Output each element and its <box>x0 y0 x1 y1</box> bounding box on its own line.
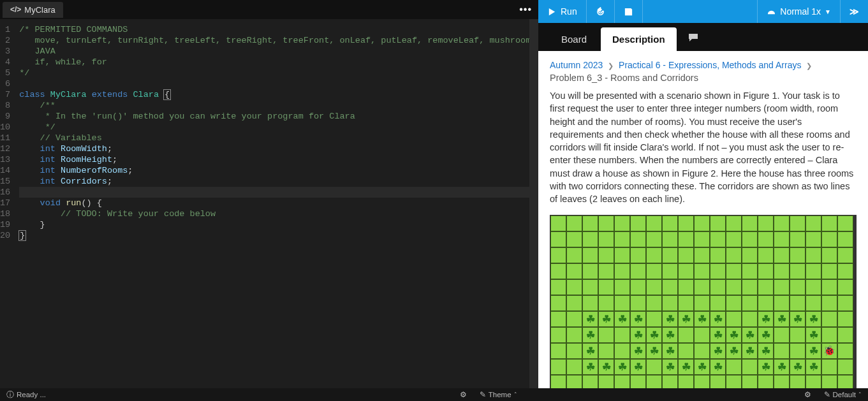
magic-icon: ✎ <box>480 390 486 399</box>
status-bar: ⓘ Ready ... ⚙ ✎ Theme ˄ ⚙ ✎ Default ˄ <box>0 388 868 401</box>
right-pane: Run Normal 1x ▼ ≫ Board De <box>538 0 868 388</box>
editor-pane: </> MyClara ••• 123456789101112131415161… <box>0 0 538 388</box>
tab-chat[interactable] <box>679 26 709 51</box>
magic-icon: ✎ <box>824 390 830 399</box>
default-selector[interactable]: ✎ Default ˄ <box>818 390 868 399</box>
status-ready: ⓘ Ready ... <box>0 390 52 400</box>
tab-description[interactable]: Description <box>601 27 677 51</box>
play-icon <box>547 7 557 17</box>
theme-selector[interactable]: ✎ Theme ˄ <box>473 390 524 399</box>
more-menu-button[interactable]: ••• <box>519 4 532 15</box>
run-button[interactable]: Run <box>538 0 587 23</box>
info-icon: ⓘ <box>6 390 14 400</box>
reset-button[interactable] <box>587 0 615 23</box>
wrench-icon: ⚙ <box>804 390 811 399</box>
speed-label: Normal 1x <box>780 6 821 17</box>
description-text: You will be presented with a scenario sh… <box>550 89 857 206</box>
chat-icon <box>688 33 700 43</box>
settings-left-button[interactable]: ⚙ <box>453 390 473 399</box>
file-tab-myclara[interactable]: </> MyClara <box>3 2 63 18</box>
vertical-scrollbar[interactable] <box>529 19 538 388</box>
world-grid <box>550 215 856 388</box>
caret-up-icon: ˄ <box>514 391 517 398</box>
chevron-right-icon: ❯ <box>806 62 812 69</box>
code-content[interactable]: /* PERMITTED COMMANDS move, turnLeft, tu… <box>15 19 538 388</box>
caret-down-icon: ▼ <box>825 8 831 15</box>
chevron-right-icon: ≫ <box>850 6 859 17</box>
speed-selector[interactable]: Normal 1x ▼ <box>757 0 840 23</box>
save-icon <box>624 7 633 17</box>
run-toolbar: Run Normal 1x ▼ ≫ <box>538 0 868 23</box>
gauge-icon <box>767 7 776 17</box>
breadcrumb: Autumn 2023 ❯ Practical 6 - Expressions,… <box>550 60 857 70</box>
caret-up-icon: ˄ <box>858 391 862 398</box>
code-editor[interactable]: 1234567891011121314151617181920 /* PERMI… <box>0 19 538 388</box>
collapse-button[interactable]: ≫ <box>840 0 868 23</box>
panel-tabs: Board Description <box>538 23 868 51</box>
problem-title: Problem 6_3 - Rooms and Corridors <box>550 73 857 83</box>
reset-icon <box>596 7 605 17</box>
run-label: Run <box>561 6 577 17</box>
tab-board[interactable]: Board <box>550 27 598 51</box>
breadcrumb-practical[interactable]: Practical 6 - Expressions, Methods and A… <box>619 60 801 70</box>
line-gutter: 1234567891011121314151617181920 <box>0 19 15 388</box>
breadcrumb-term[interactable]: Autumn 2023 <box>550 60 603 70</box>
settings-right-button[interactable]: ⚙ <box>798 390 818 399</box>
chevron-right-icon: ❯ <box>608 62 614 69</box>
code-icon: </> <box>10 5 21 14</box>
description-panel[interactable]: Autumn 2023 ❯ Practical 6 - Expressions,… <box>538 51 868 388</box>
world-figure <box>550 215 857 388</box>
file-tab-label: MyClara <box>24 5 55 15</box>
wrench-icon: ⚙ <box>460 390 467 399</box>
file-tab-bar: </> MyClara ••• <box>0 0 538 19</box>
save-button[interactable] <box>615 0 643 23</box>
